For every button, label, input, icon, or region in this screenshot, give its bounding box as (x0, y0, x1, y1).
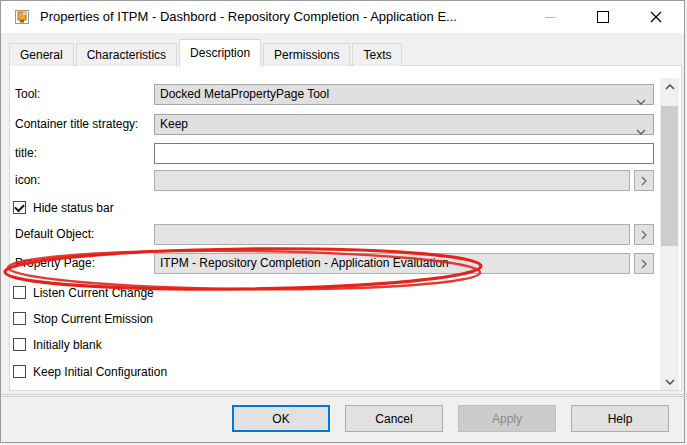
stop-current-emission-label: Stop Current Emission (33, 312, 153, 326)
tool-label: Tool: (15, 84, 40, 105)
tab-description[interactable]: Description (179, 39, 261, 67)
property-page-field: ITPM - Repository Completion - Applicati… (154, 253, 630, 274)
tab-general[interactable]: General (9, 43, 74, 66)
hide-status-bar-label: Hide status bar (33, 201, 114, 215)
scroll-down-button[interactable] (660, 373, 679, 390)
apply-button: Apply (458, 405, 556, 432)
close-button[interactable] (633, 1, 679, 33)
title-label: title: (15, 143, 37, 164)
container-title-strategy-combobox[interactable]: Keep (154, 114, 654, 135)
scrollbar-thumb[interactable] (661, 106, 678, 246)
keep-initial-configuration-label: Keep Initial Configuration (33, 365, 167, 379)
listen-current-change-label: Listen Current Change (33, 286, 154, 300)
close-icon (650, 11, 662, 23)
tab-strip: General Characteristics Description Perm… (9, 38, 404, 66)
chevron-right-icon (641, 259, 647, 269)
scroll-up-button[interactable] (660, 78, 679, 95)
chevron-down-icon (636, 122, 646, 141)
tab-permissions[interactable]: Permissions (263, 43, 350, 66)
container-title-strategy-label: Container title strategy: (15, 114, 138, 135)
initially-blank-label: Initially blank (33, 338, 102, 352)
initially-blank-checkbox[interactable] (13, 338, 26, 351)
listen-current-change-checkbox[interactable] (13, 286, 26, 299)
chevron-down-icon (636, 92, 646, 111)
tool-combobox[interactable]: Docked MetaPropertyPage Tool (154, 84, 654, 105)
help-button[interactable]: Help (571, 405, 669, 432)
icon-label: icon: (15, 170, 40, 191)
maximize-icon (597, 11, 609, 23)
chevron-up-icon (665, 84, 675, 90)
vertical-scrollbar[interactable] (660, 78, 679, 390)
chevron-down-icon (665, 379, 675, 385)
hide-status-bar-checkbox[interactable] (13, 201, 26, 214)
tool-value: Docked MetaPropertyPage Tool (160, 87, 329, 101)
default-object-label: Default Object: (15, 224, 94, 245)
separator-line (1, 394, 687, 397)
container-title-strategy-value: Keep (160, 117, 188, 131)
default-object-expand-button[interactable] (634, 224, 654, 245)
tab-texts[interactable]: Texts (352, 43, 402, 66)
icon-field (154, 170, 630, 191)
chevron-right-icon (641, 176, 647, 186)
title-input[interactable] (154, 143, 654, 164)
maximize-button[interactable] (580, 1, 626, 33)
minimize-button[interactable] (527, 1, 573, 33)
chevron-right-icon (641, 230, 647, 240)
description-tab-panel: Tool: Docked MetaPropertyPage Tool Conta… (9, 65, 682, 391)
tab-characteristics[interactable]: Characteristics (76, 43, 177, 66)
icon-expand-button[interactable] (634, 170, 654, 191)
properties-dialog: Properties of ITPM - Dashbord - Reposito… (0, 0, 685, 443)
minimize-icon (545, 17, 556, 18)
ok-button[interactable]: OK (232, 405, 330, 432)
window-title: Properties of ITPM - Dashbord - Reposito… (40, 1, 457, 33)
keep-initial-configuration-checkbox[interactable] (13, 365, 26, 378)
title-bar: Properties of ITPM - Dashbord - Reposito… (1, 1, 684, 33)
default-object-field (154, 224, 630, 245)
property-page-label: Property Page: (15, 253, 95, 274)
stop-current-emission-checkbox[interactable] (13, 312, 26, 325)
window-icon (14, 9, 30, 25)
property-page-expand-button[interactable] (634, 253, 654, 274)
cancel-button[interactable]: Cancel (345, 405, 443, 432)
